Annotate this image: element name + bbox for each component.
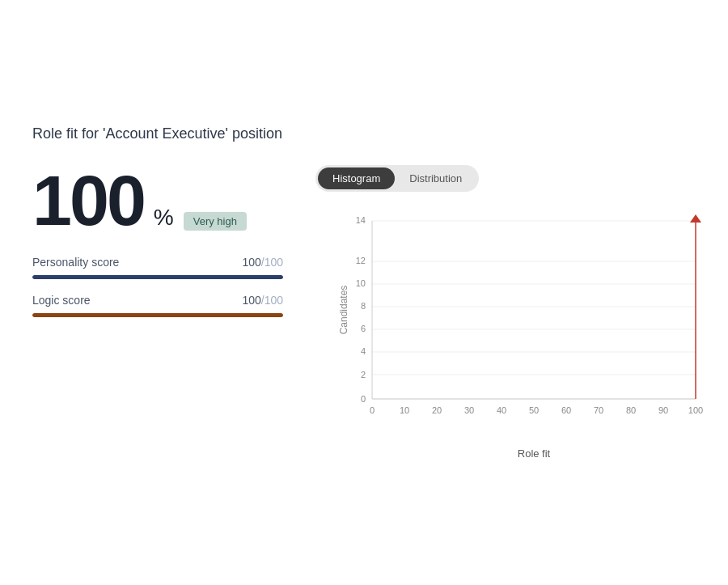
svg-text:8: 8	[361, 301, 366, 311]
personality-value: 100/100	[242, 256, 283, 269]
logic-progress-bg	[32, 313, 283, 317]
logic-label-row: Logic score 100/100	[32, 294, 283, 307]
chart-area: Candidates	[356, 205, 712, 415]
personality-label-row: Personality score 100/100	[32, 256, 283, 269]
logic-value: 100/100	[242, 294, 283, 307]
svg-text:10: 10	[356, 278, 366, 288]
left-panel: 100 % Very high Personality score 100/10…	[32, 165, 283, 332]
svg-text:0: 0	[370, 405, 375, 415]
svg-text:30: 30	[464, 405, 474, 415]
score-display: 100 % Very high	[32, 165, 283, 236]
score-percent: %	[154, 205, 174, 231]
chart-svg: 0 2 4 6 8 10 12 14 0 10 20 30 40	[356, 205, 712, 415]
tab-distribution[interactable]: Distribution	[395, 167, 476, 189]
svg-text:90: 90	[658, 405, 668, 415]
page-title: Role fit for 'Account Executive' positio…	[32, 125, 696, 142]
svg-text:70: 70	[594, 405, 603, 415]
svg-text:6: 6	[361, 324, 366, 333]
personality-label: Personality score	[32, 256, 119, 269]
svg-text:100: 100	[688, 405, 703, 415]
score-number: 100	[32, 165, 144, 236]
main-content: 100 % Very high Personality score 100/10…	[32, 165, 696, 460]
svg-text:4: 4	[361, 346, 366, 356]
svg-text:40: 40	[497, 405, 506, 415]
personality-score-item: Personality score 100/100	[32, 256, 283, 279]
svg-text:20: 20	[432, 405, 442, 415]
main-container: Role fit for 'Account Executive' positio…	[32, 109, 696, 476]
svg-text:80: 80	[626, 405, 636, 415]
logic-progress-fill	[32, 313, 283, 317]
y-axis-label: Candidates	[338, 286, 349, 335]
right-panel: Histogram Distribution Candidates	[315, 165, 712, 460]
svg-text:14: 14	[356, 215, 366, 225]
chart-wrapper: Candidates	[315, 205, 712, 460]
chart-tabs: Histogram Distribution	[315, 165, 479, 192]
x-axis-label: Role fit	[356, 447, 712, 460]
svg-text:2: 2	[361, 370, 366, 379]
score-badge: Very high	[184, 212, 247, 231]
svg-text:60: 60	[561, 405, 571, 415]
logic-score-item: Logic score 100/100	[32, 294, 283, 317]
spike-triangle	[690, 214, 701, 223]
svg-text:12: 12	[356, 256, 366, 265]
logic-label: Logic score	[32, 294, 91, 307]
tab-histogram[interactable]: Histogram	[318, 167, 395, 189]
svg-text:0: 0	[361, 394, 366, 404]
svg-text:50: 50	[529, 405, 539, 415]
personality-progress-fill	[32, 275, 283, 279]
personality-progress-bg	[32, 275, 283, 279]
svg-text:10: 10	[400, 405, 409, 415]
